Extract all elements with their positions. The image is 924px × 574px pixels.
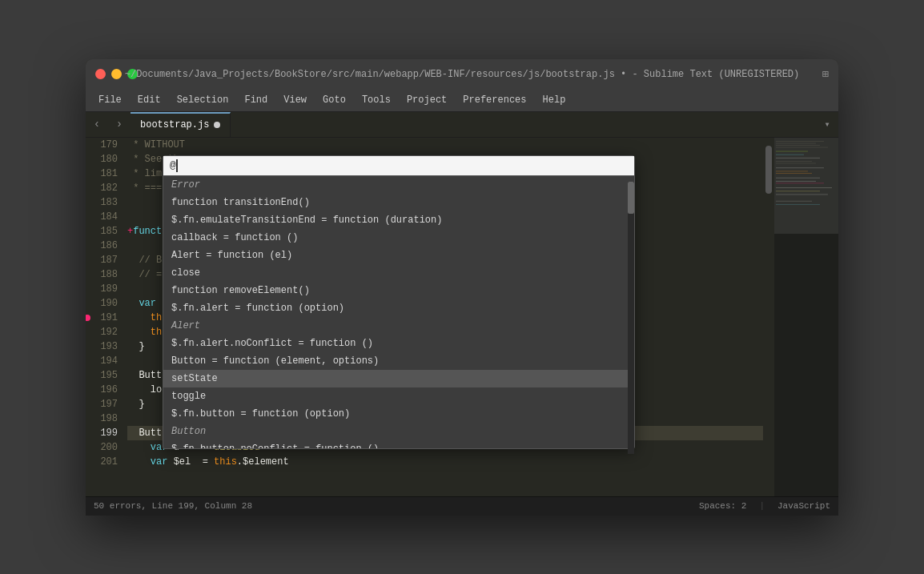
menu-selection[interactable]: Selection <box>171 92 235 108</box>
active-tab[interactable]: bootstrap.js <box>131 112 231 137</box>
svg-rect-15 <box>776 187 832 188</box>
titlebar: ~/Documents/Java_Projects/BookStore/src/… <box>86 59 838 90</box>
line-num-184: 184 <box>86 210 118 224</box>
main-window: ~/Documents/Java_Projects/BookStore/src/… <box>86 59 838 516</box>
ac-item-fn-alert[interactable]: $.fn.alert = function (option) <box>163 299 634 317</box>
ac-section-error: Error <box>163 176 634 194</box>
ac-item-fn-button[interactable]: $.fn.button = function (option) <box>163 405 634 423</box>
ac-item-close[interactable]: close <box>163 264 634 282</box>
tab-next-button[interactable]: › <box>108 112 131 137</box>
ac-item-removeElement[interactable]: function removeElement() <box>163 282 634 299</box>
menu-help[interactable]: Help <box>536 92 572 108</box>
line-num-197: 197 <box>86 397 118 411</box>
tab-dropdown-button[interactable]: ▾ <box>816 112 838 137</box>
line-num-193: 193 <box>86 339 118 354</box>
autocomplete-at-symbol: @ <box>170 159 176 171</box>
line-num-186: 186 <box>86 239 118 253</box>
svg-rect-2 <box>776 145 820 146</box>
ac-item-setstate[interactable]: setState <box>163 370 634 387</box>
ac-item-button-fn[interactable]: Button = function (element, options) <box>163 352 634 370</box>
svg-rect-10 <box>776 171 808 171</box>
editor-scrollbar-thumb[interactable] <box>765 146 772 194</box>
svg-rect-16 <box>776 191 820 191</box>
tab-modified-indicator <box>214 122 220 128</box>
svg-rect-18 <box>776 200 812 201</box>
line-num-190: 190 <box>86 296 118 311</box>
zoom-icon[interactable]: ⊞ <box>822 67 829 81</box>
line-num-180: 180 <box>86 152 118 167</box>
minimap[interactable] <box>774 138 838 496</box>
code-lines[interactable]: * WITHOUT * See the * limitati * =======… <box>124 138 763 496</box>
window-title: ~/Documents/Java_Projects/BookStore/src/… <box>125 69 800 80</box>
menu-edit[interactable]: Edit <box>131 92 167 108</box>
svg-rect-13 <box>776 180 816 181</box>
svg-rect-1 <box>776 142 816 143</box>
line-num-199: 199 <box>86 426 118 440</box>
close-button[interactable] <box>95 69 106 79</box>
statusbar: 50 errors, Line 199, Column 28 Spaces: 2… <box>86 496 838 516</box>
menu-tools[interactable]: Tools <box>356 92 397 108</box>
line-num-198: 198 <box>86 411 118 426</box>
menubar: File Edit Selection Find View Goto Tools… <box>86 90 838 112</box>
code-editor[interactable]: 179 180 181 182 183 184 185 186 187 188 … <box>86 138 838 496</box>
svg-rect-4 <box>776 151 808 151</box>
line-num-188: 188 <box>86 267 118 282</box>
autocomplete-scrollbar[interactable] <box>628 182 634 454</box>
ac-item-toggle[interactable]: toggle <box>163 387 634 405</box>
status-spaces: Spaces: 2 <box>699 501 746 511</box>
menu-view[interactable]: View <box>277 92 313 108</box>
autocomplete-scrollbar-thumb[interactable] <box>628 182 634 214</box>
ac-item-transitionEnd[interactable]: function transitionEnd() <box>163 194 634 211</box>
svg-rect-6 <box>776 157 820 158</box>
svg-rect-5 <box>776 154 804 155</box>
status-separator: | <box>759 501 765 511</box>
svg-rect-11 <box>776 172 812 173</box>
svg-rect-14 <box>776 183 824 183</box>
ac-section-alert: Alert <box>163 317 634 335</box>
menu-goto[interactable]: Goto <box>316 92 352 108</box>
statusbar-right: Spaces: 2 | JavaScript <box>699 501 830 511</box>
menu-project[interactable]: Project <box>400 92 453 108</box>
tabbar: ‹ › bootstrap.js ▾ <box>86 112 838 138</box>
code-line-201: var $el = this.$element <box>127 455 763 469</box>
line-num-187: 187 <box>86 253 118 267</box>
minimize-button[interactable] <box>111 69 122 79</box>
svg-rect-8 <box>776 163 816 163</box>
line-num-179: 179 <box>86 138 118 152</box>
status-errors: 50 errors, Line 199, Column 28 <box>94 501 252 511</box>
ac-item-alert-noconflict[interactable]: $.fn.alert.noConflict = function () <box>163 335 634 352</box>
autocomplete-input-field[interactable]: @ <box>163 156 634 176</box>
svg-rect-0 <box>776 141 824 142</box>
minimap-content <box>774 138 838 496</box>
autocomplete-dropdown[interactable]: @ Error function transitionEnd() $.fn.em… <box>163 155 635 449</box>
line-num-200: 200 <box>86 440 118 455</box>
line-num-196: 196 <box>86 383 118 397</box>
svg-rect-3 <box>776 147 828 147</box>
line-num-183: 183 <box>86 195 118 210</box>
ac-item-emulateTransition[interactable]: $.fn.emulateTransitionEnd = function (du… <box>163 211 634 229</box>
svg-rect-9 <box>776 167 824 168</box>
code-line-179: * WITHOUT <box>127 138 763 152</box>
ac-item-button-noconflict[interactable]: $.fn.button.noConflict = function () <box>163 440 634 448</box>
status-language: JavaScript <box>777 501 830 511</box>
error-dot-191 <box>86 315 90 321</box>
svg-rect-17 <box>776 194 828 195</box>
line-num-189: 189 <box>86 282 118 296</box>
tab-prev-button[interactable]: ‹ <box>86 112 108 137</box>
line-num-182: 182 <box>86 181 118 195</box>
line-num-194: 194 <box>86 354 118 368</box>
ac-item-alert-fn[interactable]: Alert = function (el) <box>163 247 634 264</box>
menu-preferences[interactable]: Preferences <box>456 92 532 108</box>
line-num-201: 201 <box>86 455 118 469</box>
svg-rect-7 <box>776 161 812 162</box>
line-num-185: 185 <box>86 224 118 239</box>
menu-file[interactable]: File <box>92 92 128 108</box>
tab-spacer <box>231 112 816 137</box>
line-num-192: 192 <box>86 325 118 339</box>
line-num-181: 181 <box>86 167 118 181</box>
menu-find[interactable]: Find <box>238 92 274 108</box>
svg-rect-12 <box>776 177 820 178</box>
ac-item-callback[interactable]: callback = function () <box>163 229 634 247</box>
autocomplete-list: Error function transitionEnd() $.fn.emul… <box>163 176 634 448</box>
editor-scrollbar[interactable] <box>763 138 774 496</box>
